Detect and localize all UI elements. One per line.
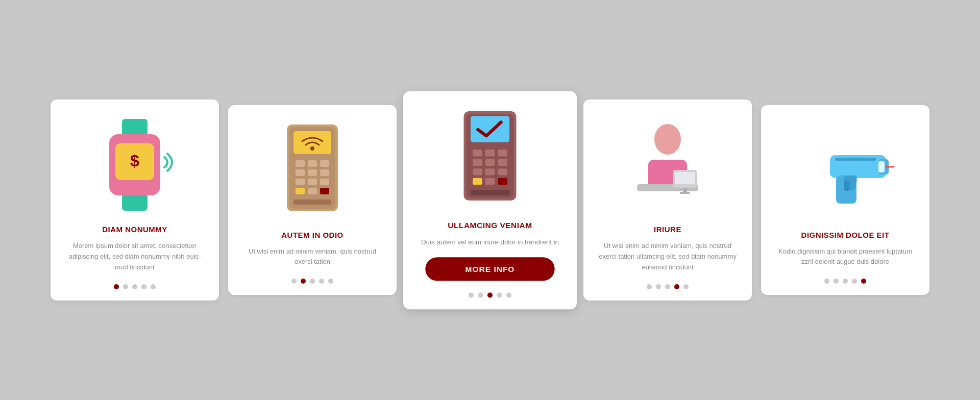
dot bbox=[843, 279, 848, 284]
smartwatch-icon: $ bbox=[94, 119, 176, 211]
dot-active bbox=[674, 284, 679, 289]
svg-rect-26 bbox=[485, 149, 495, 156]
card-4-title: IRIURE bbox=[654, 225, 681, 234]
cashier-icon bbox=[627, 119, 708, 211]
svg-rect-49 bbox=[878, 161, 885, 172]
card-1-dots bbox=[114, 284, 156, 289]
dot-active bbox=[487, 292, 493, 297]
svg-rect-25 bbox=[473, 149, 482, 156]
svg-rect-36 bbox=[498, 178, 507, 184]
card-5-title: DIGNISSIM DOLOE EIT bbox=[801, 231, 890, 239]
card-5: DIGNISSIM DOLOE EIT Kodio dignissim qui … bbox=[761, 105, 929, 295]
svg-text:$: $ bbox=[130, 152, 139, 170]
svg-rect-14 bbox=[320, 169, 329, 176]
svg-rect-50 bbox=[835, 158, 876, 161]
svg-rect-32 bbox=[485, 168, 495, 175]
svg-rect-0 bbox=[122, 119, 148, 137]
card-3-text: Duis autem vel eum iriure dolor in hendr… bbox=[421, 237, 559, 247]
svg-rect-15 bbox=[296, 179, 305, 185]
dot bbox=[132, 284, 137, 289]
svg-rect-34 bbox=[473, 178, 482, 184]
svg-rect-35 bbox=[485, 178, 495, 184]
dot bbox=[319, 279, 324, 284]
card-4-text: Ut wisi enim ad minim veniam, quis nostr… bbox=[598, 241, 738, 272]
svg-rect-42 bbox=[675, 172, 695, 184]
dot bbox=[852, 279, 857, 284]
svg-rect-27 bbox=[498, 149, 507, 156]
svg-rect-1 bbox=[122, 193, 148, 211]
card-4-dots bbox=[647, 284, 689, 289]
dot bbox=[647, 284, 652, 289]
card-3-dots bbox=[469, 292, 511, 297]
svg-rect-18 bbox=[296, 188, 305, 194]
dot bbox=[310, 279, 315, 284]
svg-rect-20 bbox=[320, 188, 329, 194]
card-2: AUTEM IN ODIO Ut wisi enim ad minim veni… bbox=[228, 105, 397, 295]
svg-rect-21 bbox=[293, 199, 331, 205]
svg-rect-24 bbox=[471, 116, 509, 142]
svg-rect-30 bbox=[498, 159, 507, 165]
dot bbox=[497, 292, 502, 297]
dot bbox=[151, 284, 156, 289]
card-2-text: Ut wisi enim ad minim veniam, quis nostr… bbox=[242, 246, 382, 268]
dot bbox=[656, 284, 661, 289]
svg-rect-12 bbox=[296, 169, 305, 176]
svg-rect-31 bbox=[473, 168, 482, 175]
card-5-dots bbox=[824, 279, 866, 284]
svg-rect-9 bbox=[296, 160, 305, 167]
card-1-title: DIAM NONUMMY bbox=[102, 225, 167, 234]
dot bbox=[328, 279, 333, 284]
dot bbox=[506, 292, 511, 297]
svg-rect-10 bbox=[308, 160, 317, 167]
barcode-scanner-icon-area bbox=[775, 119, 915, 221]
pos-checkmark-icon-area bbox=[418, 106, 562, 211]
svg-point-8 bbox=[310, 146, 314, 151]
card-4: IRIURE Ut wisi enim ad minim veniam, qui… bbox=[583, 99, 752, 300]
cards-container: $ DIAM NONUMMY Morem ipsum dolor sit ame… bbox=[35, 79, 945, 321]
smartwatch-icon-area: $ bbox=[65, 114, 205, 216]
dot-active bbox=[861, 279, 866, 284]
svg-rect-44 bbox=[680, 192, 690, 194]
card-2-title: AUTEM IN ODIO bbox=[281, 231, 344, 239]
dot bbox=[683, 284, 689, 289]
dot bbox=[141, 284, 146, 289]
dot bbox=[665, 284, 670, 289]
pos-terminal-icon bbox=[279, 122, 346, 219]
dot-active bbox=[114, 284, 119, 289]
cashier-icon-area bbox=[598, 114, 738, 216]
dot bbox=[478, 292, 483, 297]
svg-rect-33 bbox=[498, 168, 507, 175]
card-1: $ DIAM NONUMMY Morem ipsum dolor sit ame… bbox=[51, 99, 219, 300]
svg-rect-37 bbox=[471, 190, 509, 195]
pos-checkmark-icon bbox=[456, 108, 524, 208]
svg-rect-13 bbox=[308, 169, 317, 176]
svg-point-38 bbox=[654, 124, 681, 155]
dot-active bbox=[301, 279, 306, 284]
svg-rect-19 bbox=[308, 188, 317, 194]
more-info-button[interactable]: MORE INFO bbox=[425, 257, 555, 281]
svg-rect-16 bbox=[308, 179, 317, 185]
svg-rect-29 bbox=[485, 159, 495, 165]
dot bbox=[291, 279, 297, 284]
card-3: ULLAMCING VENIAM Duis autem vel eum iriu… bbox=[403, 91, 577, 309]
dot bbox=[123, 284, 128, 289]
dot bbox=[824, 279, 829, 284]
barcode-scanner-icon bbox=[799, 130, 891, 211]
dot bbox=[469, 292, 474, 297]
pos-terminal-icon-area bbox=[242, 119, 382, 221]
svg-rect-48 bbox=[844, 181, 849, 191]
svg-rect-17 bbox=[320, 179, 329, 185]
card-5-text: Kodio dignissim qui blandit praesent lup… bbox=[775, 246, 915, 268]
card-1-text: Morem ipsum dolor sit amet, consectetuer… bbox=[65, 241, 205, 272]
dot bbox=[834, 279, 839, 284]
svg-rect-11 bbox=[320, 160, 329, 167]
card-3-title: ULLAMCING VENIAM bbox=[448, 220, 532, 230]
card-2-dots bbox=[291, 279, 333, 284]
svg-rect-28 bbox=[473, 159, 482, 165]
